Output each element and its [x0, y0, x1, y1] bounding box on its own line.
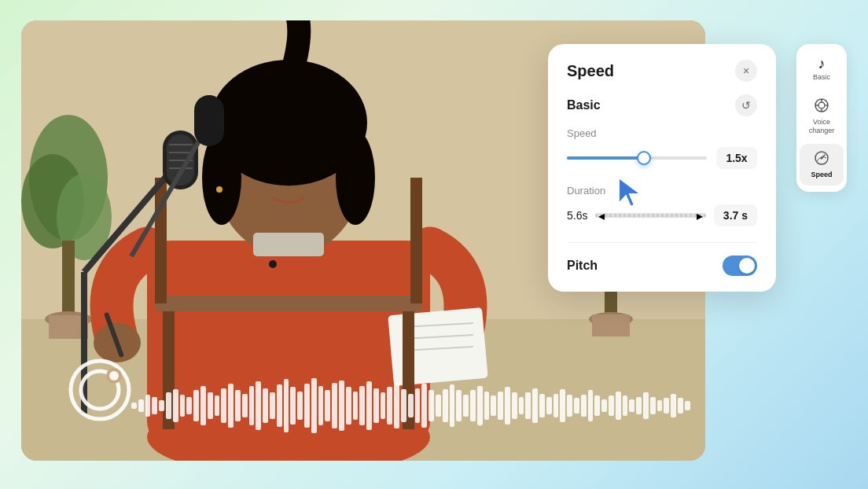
waveform-bar — [623, 395, 628, 415]
waveform-bar — [208, 392, 213, 419]
waveform-bar — [193, 390, 199, 421]
waveform-bar — [318, 386, 324, 425]
waveform-bar — [519, 397, 524, 414]
waveform-bar — [145, 395, 151, 417]
speed-value: 1.5x — [716, 147, 757, 169]
waveform-bar — [394, 383, 399, 429]
duration-arrows: ◂ ▸ — [595, 208, 705, 223]
waveform-bar — [560, 389, 565, 422]
sidebar-label-speed: Speed — [811, 171, 832, 179]
waveform-bar — [180, 395, 186, 417]
waveform-bar — [131, 403, 137, 409]
close-button[interactable]: × — [735, 60, 757, 82]
waveform-bar — [678, 398, 683, 414]
waveform-bar — [574, 398, 579, 414]
waveform-bar — [215, 395, 220, 415]
waveform-bar — [594, 395, 600, 415]
waveform-bar — [186, 397, 192, 414]
waveform-bar — [450, 384, 455, 426]
waveform-bar — [346, 387, 351, 425]
speed-label: Speed — [567, 127, 757, 139]
duration-track: ◂ ▸ — [595, 213, 705, 218]
sidebar-item-basic[interactable]: ♪ Basic — [800, 50, 844, 88]
waveform-bar — [359, 386, 365, 425]
arrow-right-icon: ▸ — [697, 208, 703, 223]
waveform-bar — [505, 387, 510, 425]
toggle-knob — [739, 258, 755, 274]
waveform-bar — [601, 399, 607, 413]
waveform-bar — [166, 392, 171, 419]
sidebar-label-basic: Basic — [813, 73, 830, 82]
waveform-bar — [546, 397, 552, 414]
waveform-bar — [456, 390, 462, 421]
section-header: Basic ↺ — [567, 94, 757, 116]
waveform-bar — [297, 392, 303, 420]
waveform-bar — [290, 387, 296, 425]
svg-rect-35 — [155, 296, 422, 311]
waveform-bar — [477, 386, 483, 425]
speed-panel: Speed × Basic ↺ Speed 1.5x Duration 5.6s — [548, 44, 776, 292]
main-container: Speed × Basic ↺ Speed 1.5x Duration 5.6s — [21, 20, 847, 469]
panel-header: Speed × — [567, 60, 757, 82]
waveform-bar — [332, 383, 337, 429]
waveform-bar — [525, 392, 531, 419]
waveform-bar — [436, 395, 441, 417]
waveform-bar — [463, 395, 469, 417]
pitch-row: Pitch — [567, 256, 757, 276]
music-icon: ♪ — [818, 57, 826, 71]
svg-point-57 — [818, 102, 825, 108]
sidebar-label-voice-changer: Voice changer — [803, 118, 840, 135]
waveform-bar — [263, 388, 268, 424]
waveform-bar — [200, 386, 206, 425]
waveform-bar — [685, 401, 690, 410]
slider-fill — [567, 156, 644, 160]
waveform-bar — [256, 381, 261, 430]
pitch-label: Pitch — [567, 259, 598, 273]
duration-row: 5.6s ◂ ▸ 3.7 s — [567, 204, 757, 226]
svg-rect-5 — [62, 241, 75, 319]
waveform-bar — [554, 394, 559, 418]
reset-button[interactable]: ↺ — [735, 94, 757, 116]
section-title: Basic — [567, 98, 601, 112]
waveform-bar — [491, 395, 496, 415]
waveform-bar — [381, 392, 386, 419]
sidebar-item-speed[interactable]: Speed — [800, 144, 844, 186]
reset-icon: ↺ — [741, 99, 751, 112]
close-icon: × — [743, 64, 749, 77]
waveform-bar — [588, 390, 594, 421]
waveform-bar — [311, 378, 317, 433]
waveform-bar — [671, 394, 676, 418]
speed-slider[interactable] — [567, 150, 707, 166]
slider-track — [567, 156, 707, 160]
waveform-bar — [512, 392, 517, 419]
waveform-bar — [532, 388, 538, 424]
waveform-bar — [664, 398, 669, 414]
svg-point-50 — [269, 260, 277, 268]
waveform-bar — [173, 389, 178, 422]
waveform-bar — [270, 392, 275, 419]
waveform-bar — [249, 386, 255, 425]
waveform-bar — [470, 390, 476, 421]
svg-rect-39 — [410, 178, 422, 303]
audio-waveform — [131, 374, 690, 437]
waveform-bar — [636, 397, 642, 414]
waveform-bar — [609, 395, 614, 415]
pitch-toggle[interactable] — [723, 256, 757, 276]
sidebar-item-voice-changer[interactable]: Voice changer — [800, 91, 844, 142]
duration-new: 3.7 s — [714, 204, 757, 226]
waveform-bar — [567, 395, 572, 417]
panel-title: Speed — [567, 62, 614, 80]
waveform-bar — [408, 394, 414, 418]
arrow-left-icon: ◂ — [598, 208, 605, 223]
waveform-bar — [616, 392, 621, 420]
duration-label: Duration — [567, 185, 757, 197]
waveform-bar — [138, 399, 144, 413]
svg-point-54 — [109, 371, 119, 381]
waveform-bar — [366, 381, 372, 430]
slider-thumb[interactable] — [637, 151, 651, 165]
svg-rect-49 — [194, 95, 224, 146]
svg-rect-13 — [592, 314, 630, 336]
waveform-bar — [498, 392, 503, 420]
waveform-bar — [159, 400, 164, 411]
divider — [567, 242, 757, 243]
